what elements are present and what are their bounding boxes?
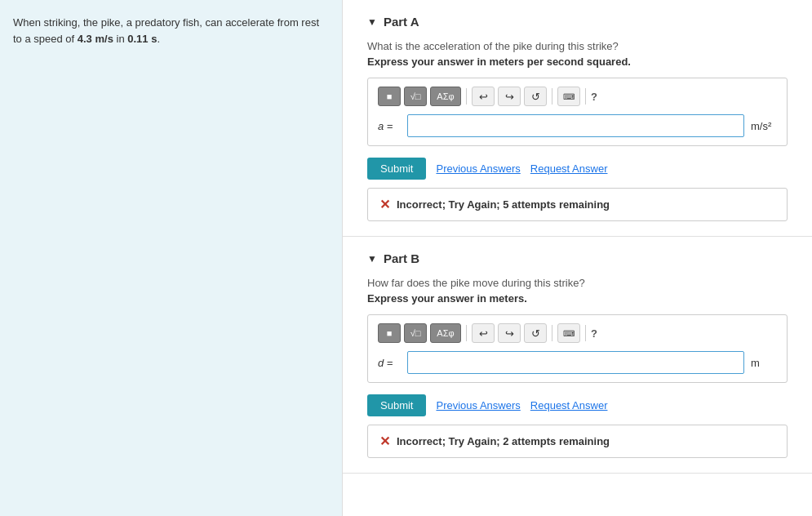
main-layout: When striking, the pike, a predatory fis… bbox=[0, 0, 812, 516]
part-a-instruction: Express your answer in meters per second… bbox=[367, 56, 788, 68]
part-b-feedback-text: Incorrect; Try Again; 2 attempts remaini… bbox=[397, 435, 610, 447]
part-a-actions: Submit Previous Answers Request Answer bbox=[367, 158, 788, 180]
undo-icon-a: ↩ bbox=[479, 91, 488, 103]
part-a-answer-box: ■ √□ ΑΣφ ↩ ↪ ↺ bbox=[367, 78, 788, 146]
right-panel: ▼ Part A What is the acceleration of the… bbox=[343, 0, 812, 516]
part-b-section: ▼ Part B How far does the pike move duri… bbox=[343, 237, 812, 474]
matrix-icon-a: ■ bbox=[387, 91, 393, 101]
part-a-submit-btn[interactable]: Submit bbox=[367, 158, 426, 180]
toolbar-sep1-a bbox=[466, 88, 467, 105]
part-a-feedback-text: Incorrect; Try Again; 5 attempts remaini… bbox=[397, 198, 610, 211]
part-b-request-answer-btn[interactable]: Request Answer bbox=[530, 399, 608, 411]
reset-icon-b: ↺ bbox=[531, 327, 540, 340]
part-a-request-answer-btn[interactable]: Request Answer bbox=[530, 162, 608, 175]
part-a-feedback: ✕ Incorrect; Try Again; 5 attempts remai… bbox=[367, 188, 788, 221]
help-icon-a: ? bbox=[591, 91, 597, 103]
redo-icon-a: ↪ bbox=[505, 91, 514, 103]
redo-btn-a[interactable]: ↪ bbox=[498, 87, 521, 106]
part-b-unit: m bbox=[751, 357, 777, 369]
part-a-unit: m/s² bbox=[751, 120, 777, 132]
keyboard-btn-b[interactable]: ⌨ bbox=[557, 323, 580, 343]
toolbar-sep3-a bbox=[585, 88, 586, 105]
redo-icon-b: ↪ bbox=[505, 327, 514, 340]
toolbar-sep3-b bbox=[585, 325, 586, 341]
part-a-toolbar: ■ √□ ΑΣφ ↩ ↪ ↺ bbox=[378, 87, 777, 106]
part-b-feedback: ✕ Incorrect; Try Again; 2 attempts remai… bbox=[367, 425, 788, 458]
part-a-label: Part A bbox=[384, 15, 419, 29]
part-a-header: ▼ Part A bbox=[367, 15, 788, 29]
part-a-input[interactable] bbox=[407, 114, 744, 137]
speed-value: 4.3 m/s bbox=[78, 33, 113, 45]
part-b-question: How far does the pike move during this s… bbox=[367, 277, 788, 289]
part-a-input-label: a = bbox=[378, 120, 401, 132]
left-panel: When striking, the pike, a predatory fis… bbox=[0, 0, 343, 516]
part-a-previous-answers-btn[interactable]: Previous Answers bbox=[436, 162, 520, 175]
part-b-instruction: Express your answer in meters. bbox=[367, 292, 788, 305]
part-a-arrow-icon[interactable]: ▼ bbox=[367, 16, 377, 28]
greek-btn-b[interactable]: ΑΣφ bbox=[430, 323, 461, 343]
greek-icon-b: ΑΣφ bbox=[437, 328, 454, 338]
help-btn-b[interactable]: ? bbox=[591, 327, 597, 340]
part-a-input-row: a = m/s² bbox=[378, 114, 777, 137]
time-value: 0.11 s bbox=[127, 33, 157, 45]
part-b-actions: Submit Previous Answers Request Answer bbox=[367, 394, 788, 416]
reset-icon-a: ↺ bbox=[531, 91, 540, 103]
keyboard-btn-a[interactable]: ⌨ bbox=[557, 87, 580, 106]
problem-text: When striking, the pike, a predatory fis… bbox=[13, 15, 329, 47]
part-b-input-label: d = bbox=[378, 357, 401, 369]
part-b-input-row: d = m bbox=[378, 351, 777, 374]
part-b-arrow-icon[interactable]: ▼ bbox=[367, 253, 377, 265]
part-b-label: Part B bbox=[384, 251, 419, 265]
part-a-section: ▼ Part A What is the acceleration of the… bbox=[343, 0, 812, 237]
part-b-toolbar: ■ √□ ΑΣφ ↩ ↪ ↺ bbox=[378, 323, 777, 343]
greek-icon-a: ΑΣφ bbox=[437, 91, 454, 101]
undo-btn-a[interactable]: ↩ bbox=[472, 87, 495, 106]
toolbar-sep2-b bbox=[552, 325, 552, 341]
sqrt-icon-a: √□ bbox=[410, 91, 421, 101]
reset-btn-b[interactable]: ↺ bbox=[524, 323, 547, 343]
matrix-btn-b[interactable]: ■ bbox=[378, 323, 401, 343]
matrix-icon-b: ■ bbox=[387, 328, 393, 338]
undo-btn-b[interactable]: ↩ bbox=[472, 323, 495, 343]
greek-btn-a[interactable]: ΑΣφ bbox=[430, 87, 461, 106]
sqrt-btn-b[interactable]: √□ bbox=[404, 323, 427, 343]
part-b-previous-answers-btn[interactable]: Previous Answers bbox=[436, 399, 520, 411]
undo-icon-b: ↩ bbox=[479, 327, 488, 340]
part-b-answer-box: ■ √□ ΑΣφ ↩ ↪ ↺ bbox=[367, 314, 788, 383]
part-b-input[interactable] bbox=[407, 351, 744, 374]
part-b-header: ▼ Part B bbox=[367, 251, 788, 265]
keyboard-icon-b: ⌨ bbox=[563, 329, 575, 338]
toolbar-sep2-a bbox=[552, 88, 552, 105]
part-a-error-icon: ✕ bbox=[379, 197, 390, 212]
part-a-question: What is the acceleration of the pike dur… bbox=[367, 40, 788, 52]
matrix-btn-a[interactable]: ■ bbox=[378, 87, 401, 106]
help-btn-a[interactable]: ? bbox=[591, 91, 597, 103]
toolbar-sep1-b bbox=[466, 325, 467, 341]
part-b-submit-btn[interactable]: Submit bbox=[367, 394, 426, 416]
part-b-error-icon: ✕ bbox=[379, 434, 390, 449]
help-icon-b: ? bbox=[591, 327, 597, 340]
sqrt-icon-b: √□ bbox=[410, 328, 421, 338]
keyboard-icon-a: ⌨ bbox=[563, 92, 575, 101]
reset-btn-a[interactable]: ↺ bbox=[524, 87, 547, 106]
redo-btn-b[interactable]: ↪ bbox=[498, 323, 521, 343]
sqrt-btn-a[interactable]: √□ bbox=[404, 87, 427, 106]
